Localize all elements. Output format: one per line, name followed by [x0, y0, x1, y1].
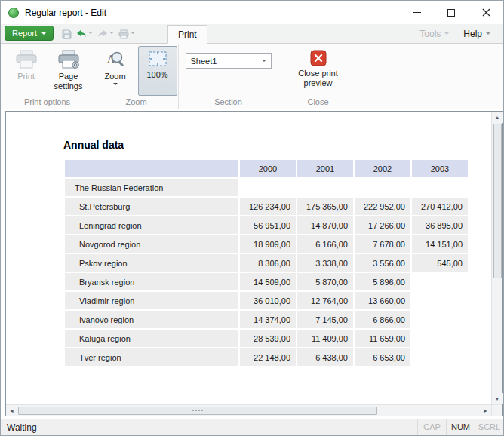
sheet-select-value: Sheet1 — [186, 57, 258, 66]
status-bar: Waiting CAPNUMSCRL — [1, 419, 503, 435]
horizontal-scrollbar[interactable]: ◄ ► — [6, 405, 491, 416]
scroll-up-arrow[interactable]: ▲ — [492, 112, 503, 123]
tools-menu[interactable]: Tools — [413, 24, 456, 43]
table-row: Kaluga region28 539,0011 409,0011 659,00 — [64, 329, 469, 348]
sheet-select[interactable]: Sheet1 — [186, 53, 272, 69]
print-dropdown-caret[interactable] — [131, 32, 135, 36]
value-cell: 56 951,00 — [239, 216, 297, 235]
report-page: Annual data 2000200120022003 The Russian… — [6, 112, 491, 404]
redo-button[interactable] — [96, 27, 109, 41]
page-settings-button[interactable]: Page settings — [49, 46, 88, 96]
table-row: St.Petersburg126 234,00175 365,00222 952… — [64, 197, 469, 216]
print-button[interactable]: Print — [7, 46, 46, 96]
app-icon — [8, 8, 19, 18]
titlebar: Regular report - Edit — [1, 1, 503, 24]
row-label: Novgorod region — [64, 235, 239, 253]
thumb-grip-icon — [192, 410, 203, 411]
column-header: 2000 — [239, 159, 297, 178]
tab-print[interactable]: Print — [167, 25, 207, 44]
value-cell: 7 145,00 — [297, 310, 354, 329]
group-label-section: Section — [179, 97, 278, 109]
value-cell: 126 234,00 — [239, 197, 297, 216]
print-button-label: Print — [17, 72, 35, 81]
value-cell: 28 539,00 — [239, 329, 297, 348]
column-header: 2002 — [354, 159, 411, 178]
row-label: Kaluga region — [64, 329, 239, 348]
value-cell: 3 556,00 — [354, 253, 411, 272]
help-menu[interactable]: Help — [456, 24, 497, 43]
ribbon-tab-row: Report — [1, 24, 503, 44]
vertical-scrollbar[interactable]: ▲ ▼ — [491, 112, 502, 404]
minimize-button[interactable] — [399, 1, 434, 24]
value-cell: 14 870,00 — [297, 216, 354, 235]
save-button[interactable] — [60, 27, 73, 41]
page-settings-icon — [57, 50, 80, 69]
group-close: Close print preview Close — [278, 44, 358, 109]
table-row: Bryansk region14 509,005 870,005 896,00 — [64, 272, 469, 291]
value-cell: 270 412,00 — [411, 197, 469, 216]
scroll-down-arrow[interactable]: ▼ — [492, 393, 503, 404]
value-cell: 14 151,00 — [411, 235, 469, 253]
close-icon — [482, 8, 490, 17]
row-label: Tver region — [64, 348, 239, 367]
save-icon — [62, 29, 72, 39]
row-label: Vladimir region — [64, 291, 239, 310]
zoom-icon: A — [106, 50, 125, 69]
value-cell — [411, 291, 469, 310]
maximize-button[interactable] — [434, 1, 469, 24]
value-cell — [411, 178, 469, 197]
quick-print-button[interactable] — [117, 27, 130, 41]
value-cell: 18 909,00 — [239, 235, 297, 253]
table-row: The Russian Federation — [64, 178, 469, 197]
status-flag-scrl: SCRL — [475, 419, 503, 435]
close-print-preview-button[interactable]: Close print preview — [295, 46, 342, 96]
value-cell: 175 365,00 — [297, 197, 354, 216]
table-row: Pskov region8 306,003 338,003 556,00545,… — [64, 253, 469, 272]
row-label: Bryansk region — [64, 272, 239, 291]
ribbon: Print Page settings Print options — [1, 44, 503, 109]
column-header: 2001 — [297, 159, 354, 178]
report-menu-button[interactable]: Report — [5, 26, 54, 41]
zoom-button[interactable]: A Zoom — [96, 46, 135, 96]
report-table: 2000200120022003 The Russian FederationS… — [63, 158, 469, 367]
value-cell — [411, 272, 469, 291]
table-row: Tver region22 148,006 438,006 653,00 — [64, 348, 469, 367]
close-button[interactable] — [469, 1, 503, 24]
row-label: St.Petersburg — [64, 197, 239, 216]
column-header: 2003 — [411, 159, 469, 178]
scrollbar-corner — [491, 405, 502, 416]
menu-right: Tools Help — [413, 24, 503, 43]
report-title: Annual data — [63, 139, 124, 151]
ribbon-filler — [358, 44, 503, 109]
vertical-scroll-thumb[interactable] — [493, 124, 502, 278]
undo-button[interactable] — [75, 27, 88, 41]
status-flag-num: NUM — [446, 419, 475, 435]
value-cell: 545,00 — [411, 253, 469, 272]
chevron-down-icon — [444, 32, 449, 37]
table-row: Vladimir region36 010,0012 764,0013 660,… — [64, 291, 469, 310]
group-zoom: A Zoom 100% Zoom — [94, 44, 179, 109]
value-cell: 36 895,00 — [411, 216, 469, 235]
zoom-100-button[interactable]: 100% — [138, 46, 177, 96]
minimize-icon — [413, 12, 421, 13]
scroll-left-arrow[interactable]: ◄ — [6, 405, 17, 416]
value-cell — [239, 178, 297, 197]
app-window: Regular report - Edit Report — [0, 0, 504, 436]
value-cell — [411, 348, 469, 367]
preview-area: Annual data 2000200120022003 The Russian… — [5, 111, 503, 416]
zoom-button-label: Zoom — [104, 72, 125, 81]
value-cell: 12 764,00 — [297, 291, 354, 310]
value-cell: 14 374,00 — [239, 310, 297, 329]
value-cell: 13 660,00 — [354, 291, 411, 310]
redo-dropdown-caret[interactable] — [109, 32, 114, 36]
scroll-right-arrow[interactable]: ► — [480, 405, 491, 416]
window-controls — [399, 1, 503, 24]
undo-dropdown-caret[interactable] — [88, 32, 93, 36]
close-preview-label: Close print preview — [296, 69, 341, 88]
value-cell: 6 166,00 — [297, 235, 354, 253]
group-print-options: Print Page settings Print options — [1, 44, 94, 109]
value-cell — [411, 310, 469, 329]
chevron-down-icon — [41, 32, 46, 37]
status-flag-cap: CAP — [417, 419, 446, 435]
horizontal-scroll-thumb[interactable] — [18, 407, 377, 415]
